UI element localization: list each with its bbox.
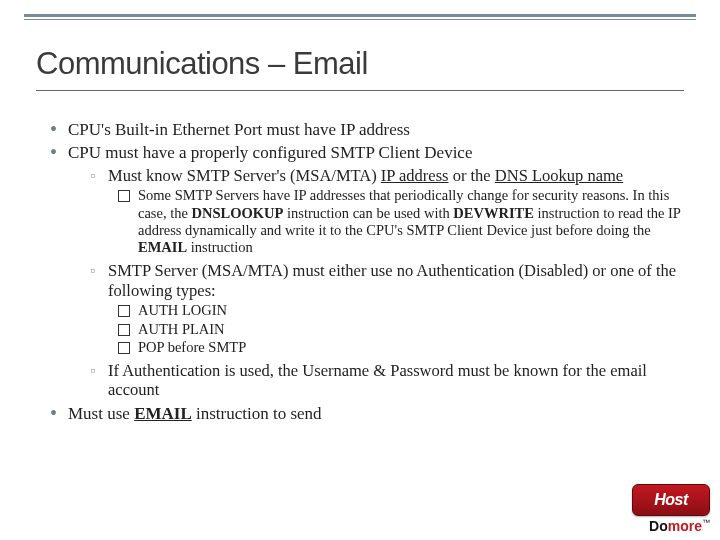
pop-before-smtp: POP before SMTP xyxy=(118,339,684,356)
sub-bullet-3: If Authentication is used, the Username … xyxy=(90,361,684,401)
sub-bullet-1: Must know SMTP Server's (MSA/MTA) IP add… xyxy=(90,166,684,257)
slide-top-rule xyxy=(24,14,696,22)
footer-logo-block: Host Domore™ xyxy=(632,484,710,534)
bullet-2-text: CPU must have a properly configured SMTP… xyxy=(68,143,472,162)
sub-bullet-2: SMTP Server (MSA/MTA) must either use no… xyxy=(90,261,684,357)
slide-title: Communications – Email xyxy=(36,46,684,91)
auth-plain: AUTH PLAIN xyxy=(118,321,684,338)
note-1: Some SMTP Servers have IP addresses that… xyxy=(118,187,684,257)
domore-logo: Domore™ xyxy=(632,518,710,534)
bullet-1: CPU's Built-in Ethernet Port must have I… xyxy=(54,119,684,140)
slide-body: Communications – Email CPU's Built-in Et… xyxy=(36,46,684,426)
auth-login: AUTH LOGIN xyxy=(118,302,684,319)
bullet-3: Must use EMAIL instruction to send xyxy=(54,403,684,424)
bullet-2: CPU must have a properly configured SMTP… xyxy=(54,142,684,400)
host-engineering-logo: Host xyxy=(632,484,710,516)
